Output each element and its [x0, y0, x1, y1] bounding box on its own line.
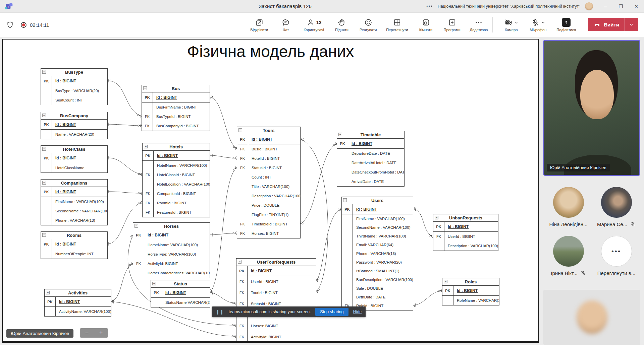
collapse-icon: − [343, 198, 347, 202]
view-more-participants[interactable]: •••Переглянути в... [593, 236, 640, 276]
table-row: HorseName: VARCHAR(100) [133, 240, 210, 250]
participant-name: Переглянути в... [597, 270, 636, 276]
table-header: −BusCompany [41, 112, 107, 120]
participant-tile[interactable]: Ірина Вікт... [545, 236, 592, 276]
chevron-down-icon[interactable] [541, 20, 545, 25]
collapse-icon: − [435, 216, 438, 219]
participant-video-partial[interactable] [543, 290, 640, 345]
chat-icon [281, 18, 290, 27]
react-button[interactable]: Реагувати [358, 16, 378, 33]
table-row: BirthDate : DATE [342, 293, 413, 301]
table-header: −Activities [45, 289, 111, 297]
er-table-status: −StatusPKId : BIGINTStatusName VARCHAR(2… [151, 280, 210, 307]
stop-sharing-button[interactable]: Stop sharing [315, 308, 348, 316]
er-table-horses: −HorsesPKId : BIGINTHorseName: VARCHAR(1… [133, 222, 210, 278]
table-row: FKHorses: BIGINT [236, 320, 316, 331]
er-table-users: −UsersPKId : BIGINTFirstName : VARCHAR(1… [341, 197, 413, 310]
table-row: SeatCount : INT [41, 95, 107, 105]
raise-icon [337, 18, 346, 27]
table-row: Phone : VARCHAR(13) [41, 216, 107, 225]
table-row: HotelLocation : VARCHAR(100) [143, 180, 210, 189]
toolbar-divider [492, 17, 493, 32]
table-header: −Status [151, 280, 210, 288]
participant-name: Ніна Леонідівн... [549, 221, 588, 227]
more-button[interactable]: Додатково [469, 16, 489, 33]
table-row: PKId : BIGINT [337, 139, 404, 149]
table-row: FKStatusId : BIGINT [237, 163, 300, 172]
more-dots-icon: ••• [601, 236, 632, 267]
camera-off-icon [504, 18, 513, 27]
raise-button[interactable]: Підняти [332, 16, 352, 33]
table-header: −Bus [142, 85, 210, 92]
microphone-button[interactable]: Мікрофон [528, 16, 548, 33]
table-row: StatusName VARCHAR(20) [151, 298, 210, 307]
table-row: HorseCharacteristics: VARCHAR(100) [133, 268, 210, 278]
chat-button[interactable]: Чат [276, 16, 296, 33]
er-table-roles: −RolesPKId : BIGINTRoleName : VARCHAR(10… [442, 278, 499, 305]
mic-off-icon [531, 18, 540, 27]
table-row: FKHotelClassId : BIGINT [143, 170, 210, 180]
table-row: PKId : BIGINT [142, 92, 210, 102]
table-row: FKBusId : BIGINT [237, 144, 300, 154]
mic-off-icon [580, 270, 586, 276]
table-row: PKId : BIGINT [41, 239, 107, 249]
participant-avatar [553, 236, 584, 267]
apps-button[interactable]: Програми [442, 16, 462, 33]
leave-button[interactable]: Вийти [588, 18, 638, 31]
people-button[interactable]: 12Користувачі [302, 16, 325, 33]
record-icon [21, 22, 26, 28]
participants-count: 12 [316, 20, 322, 25]
table-row: PKId : BIGINT [237, 134, 300, 144]
view-button[interactable]: Переглянути [385, 16, 409, 33]
table-row: FKUserId : BIGINT [236, 276, 316, 287]
table-row: PKId : BIGINT [41, 187, 107, 197]
table-row: Phone : VARCHAR(13) [342, 249, 413, 258]
table-row: Description : VARCHAR(1000) [237, 191, 300, 201]
minimize-button[interactable]: – [598, 0, 613, 12]
titlebar-more-icon[interactable]: ••• [426, 4, 433, 9]
table-row: PKId : BIGINT [45, 297, 111, 307]
chevron-down-icon[interactable] [514, 20, 519, 25]
table-row: PKId : BIGINT [41, 153, 107, 163]
table-row: FKFeaturesId : BIGINT [143, 208, 210, 217]
table-row: FKBusTypeId : BIGINT [142, 112, 210, 121]
table-row: Descriprion : VARCHAR(100) [433, 241, 498, 251]
leave-options-button[interactable] [625, 18, 638, 31]
table-row: FKUserId : BIGINT [433, 232, 498, 241]
pause-sharing-icon[interactable]: ❙❙ [216, 309, 224, 315]
table-row: FKTimetableId : BIGINT [237, 219, 300, 229]
er-table-unbanrequests: −UnbanRequestsPKId : BIGINTFKUserId : BI… [433, 214, 498, 251]
table-row: DateArrivalAtHotel : DATE [337, 158, 404, 167]
table-row: FirstName : VARCHAR(100) [342, 214, 413, 223]
restore-button[interactable]: ❐ [613, 0, 629, 12]
collapse-icon: − [444, 280, 447, 283]
table-row: PKId : BIGINT [433, 222, 498, 232]
table-header: −Timetable [337, 131, 404, 139]
rooms-button[interactable]: Кімнати [416, 16, 436, 33]
zoom-out-button[interactable]: − [80, 328, 94, 338]
table-row: PKId : BIGINT [133, 230, 210, 240]
participant-tile[interactable]: Марина Се... [593, 187, 640, 227]
table-header: −Hotels [143, 143, 210, 151]
table-header: −Roles [442, 278, 499, 286]
apps-icon [448, 18, 457, 27]
table-header: −Users [342, 197, 413, 204]
table-row: Count : INT [237, 172, 300, 182]
participant-name: Марина Се... [597, 221, 627, 227]
participant-tile[interactable]: Ніна Леонідівн... [545, 187, 592, 227]
table-row: BusFirmName : BIGINT [142, 102, 210, 112]
share-button[interactable]: Поділитися [555, 16, 577, 33]
er-table-hotelclass: −HotelClassPKId : BIGINTHotelClassName [41, 145, 108, 173]
table-row: FirstName : VARCHAR(100) [41, 197, 107, 206]
active-speaker-video[interactable]: Юрій Анатолійович Кірпічев [543, 40, 640, 176]
camera-button[interactable]: Камера [501, 16, 521, 33]
unpin-button[interactable]: Відкріпити [249, 16, 269, 33]
avatar[interactable] [585, 2, 593, 10]
zoom-in-button[interactable]: + [94, 328, 108, 338]
hide-banner-link[interactable]: Hide [353, 309, 362, 314]
table-row: HorseType: VARCHAR(100) [133, 250, 210, 259]
collapse-icon: − [144, 145, 148, 148]
close-button[interactable]: ✕ [629, 0, 644, 12]
table-header: −UserTourRequests [236, 259, 316, 266]
participants-grid: Ніна Леонідівн...Марина Се...Ірина Вікт.… [544, 187, 640, 276]
